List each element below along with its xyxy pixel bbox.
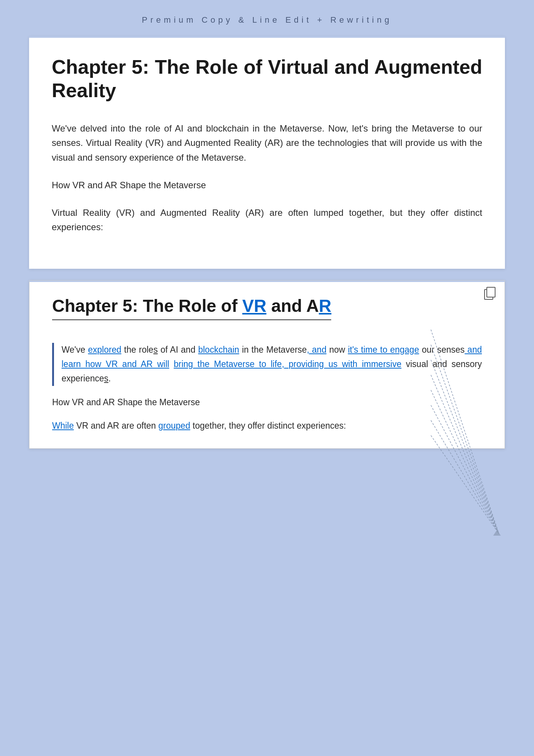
intro-paragraph: We've delved into the role of AI and blo… — [52, 121, 482, 165]
section-subheading: How VR and AR Shape the Metaverse — [52, 180, 482, 191]
experiences-underline: s — [104, 373, 109, 383]
revised-chapter-title-container: Chapter 5: The Role of VR and AR — [52, 296, 482, 332]
card-top-bar — [29, 36, 505, 38]
while-link: While — [52, 421, 74, 431]
revised-section-subheading: How VR and AR Shape the Metaverse — [52, 397, 482, 407]
chapter-title-vr: VR — [242, 296, 266, 316]
revised-document-card: Chapter 5: The Role of VR and AR We've e… — [29, 280, 505, 449]
and-link: , and — [307, 345, 326, 355]
page-header: Premium Copy & Line Edit + Rewriting — [23, 15, 511, 25]
chapter-title-and: and A — [266, 296, 319, 316]
left-emphasis-bar — [52, 343, 54, 386]
revised-vr-ar-paragraph: While VR and AR are often grouped togeth… — [52, 419, 482, 433]
revised-card-top-bar — [29, 280, 505, 282]
svg-line-8 — [431, 420, 499, 534]
svg-line-6 — [431, 390, 499, 534]
svg-line-4 — [431, 360, 499, 534]
explored-link: explored — [88, 345, 121, 355]
chapter-title: Chapter 5: The Role of Virtual and Augme… — [52, 55, 482, 102]
bring-link: bring the Metaverse to life, providing u… — [174, 359, 401, 369]
blockchain-link: blockchain — [198, 345, 239, 355]
chapter-title-ar-end: R — [319, 296, 331, 316]
engage-link: it's time to engage — [348, 345, 419, 355]
svg-line-9 — [431, 435, 499, 534]
intro-section: We've explored the roles of AI and block… — [52, 343, 482, 386]
svg-marker-10 — [493, 530, 501, 536]
revised-chapter-title: Chapter 5: The Role of VR and AR — [52, 296, 331, 320]
roles-underline: s — [153, 345, 158, 355]
chapter-title-prefix: Chapter 5: The Role of — [52, 296, 242, 316]
grouped-link: grouped — [158, 421, 190, 431]
copy-icon[interactable] — [483, 287, 497, 300]
vr-ar-paragraph: Virtual Reality (VR) and Augmented Reali… — [52, 206, 482, 235]
svg-rect-1 — [487, 287, 495, 297]
page-header-title: Premium Copy & Line Edit + Rewriting — [142, 15, 392, 25]
original-document-card: Chapter 5: The Role of Virtual and Augme… — [29, 36, 505, 269]
revised-intro-paragraph: We've explored the roles of AI and block… — [62, 343, 482, 386]
